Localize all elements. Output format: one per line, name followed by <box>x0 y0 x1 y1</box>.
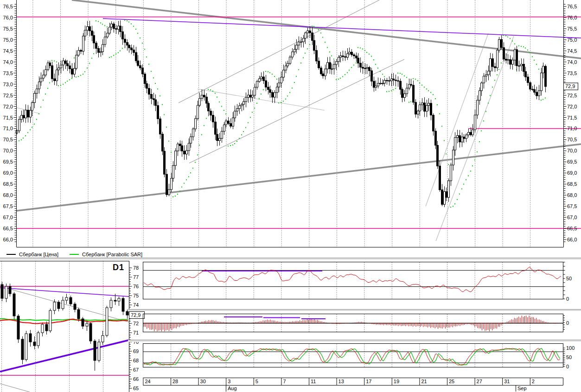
svg-text:74,5: 74,5 <box>3 48 13 54</box>
svg-text:65: 65 <box>133 386 139 391</box>
svg-text:74,0: 74,0 <box>3 59 13 65</box>
chart-legend: Сбербанк [Цена] Сбербанк [Parabolic SAR] <box>0 250 581 257</box>
svg-text:70,5: 70,5 <box>567 137 577 142</box>
legend-price-item: Сбербанк [Цена] <box>6 251 58 257</box>
svg-text:Sep: Sep <box>517 386 527 391</box>
d1-purple-trendline <box>0 288 129 297</box>
svg-text:77: 77 <box>133 274 139 280</box>
svg-text:69,0: 69,0 <box>567 170 577 176</box>
svg-text:2: 2 <box>532 379 535 384</box>
svg-text:70,0: 70,0 <box>567 148 577 153</box>
svg-text:66,5: 66,5 <box>567 226 577 231</box>
svg-text:71,5: 71,5 <box>3 115 13 120</box>
svg-text:72,0: 72,0 <box>3 104 13 109</box>
svg-text:75,5: 75,5 <box>3 26 13 32</box>
svg-text:72,5: 72,5 <box>567 93 577 98</box>
svg-text:0: 0 <box>566 364 569 369</box>
svg-text:68,5: 68,5 <box>567 181 577 187</box>
svg-text:69,5: 69,5 <box>567 159 577 164</box>
thick-gray-trendline <box>16 144 581 211</box>
svg-text:68,0: 68,0 <box>567 192 577 198</box>
svg-text:50: 50 <box>566 276 572 281</box>
main-price-badge: 72,9 <box>564 83 578 90</box>
svg-text:Aug: Aug <box>228 386 237 391</box>
svg-text:68,5: 68,5 <box>3 181 13 187</box>
svg-text:75,5: 75,5 <box>567 26 577 32</box>
separator-rsi-macd[interactable] <box>128 309 581 311</box>
svg-text:67,5: 67,5 <box>3 203 13 209</box>
svg-text:72: 72 <box>133 321 139 326</box>
svg-text:71: 71 <box>133 330 139 335</box>
svg-text:74,5: 74,5 <box>567 48 577 54</box>
timeframe-label: D1 <box>113 263 129 272</box>
svg-text:27: 27 <box>477 379 482 384</box>
svg-text:71,5: 71,5 <box>567 115 577 120</box>
separator-main[interactable] <box>0 258 581 260</box>
svg-text:71,0: 71,0 <box>3 126 13 131</box>
svg-text:24: 24 <box>145 379 150 384</box>
svg-text:30: 30 <box>200 379 206 384</box>
svg-text:68,0: 68,0 <box>3 192 13 198</box>
svg-text:76: 76 <box>133 284 139 289</box>
svg-text:3: 3 <box>228 379 230 384</box>
svg-text:17: 17 <box>366 379 371 384</box>
svg-text:75,0: 75,0 <box>3 37 13 43</box>
svg-text:66,0: 66,0 <box>567 237 577 242</box>
svg-text:21: 21 <box>421 379 427 384</box>
svg-text:66,5: 66,5 <box>3 226 13 231</box>
legend-sar-item: Сбербанк [Parabolic SAR] <box>70 251 142 257</box>
svg-text:67,5: 67,5 <box>567 203 577 209</box>
svg-text:69: 69 <box>133 348 139 354</box>
svg-text:66: 66 <box>133 376 139 382</box>
svg-text:74: 74 <box>133 302 139 308</box>
svg-text:13: 13 <box>338 379 344 384</box>
rsi-panel: 500 <box>143 262 572 302</box>
svg-text:67,0: 67,0 <box>3 215 13 220</box>
price-line-swatch-icon <box>6 254 16 255</box>
svg-text:75: 75 <box>133 293 139 298</box>
svg-text:72,9: 72,9 <box>131 312 140 318</box>
svg-text:72,9: 72,9 <box>565 83 575 89</box>
light-gray-trendline <box>426 33 488 206</box>
svg-text:11: 11 <box>311 379 316 384</box>
svg-text:5: 5 <box>255 379 258 384</box>
trading-terminal: 66,066,066,566,567,067,067,567,568,068,0… <box>0 0 581 392</box>
svg-text:72,5: 72,5 <box>3 93 13 98</box>
svg-text:25: 25 <box>449 379 454 384</box>
svg-text:28: 28 <box>172 379 178 384</box>
svg-text:69,0: 69,0 <box>3 170 13 176</box>
date-axis[interactable]: 24283035711131719212527312AugSep <box>143 378 563 392</box>
svg-text:50: 50 <box>566 354 572 360</box>
sar-line-swatch-icon <box>70 254 79 255</box>
stoch-panel: 100500 <box>143 344 575 370</box>
purple-trendline <box>103 19 581 38</box>
svg-text:69,5: 69,5 <box>3 159 13 164</box>
svg-text:68: 68 <box>133 358 139 363</box>
svg-text:0: 0 <box>566 320 569 326</box>
svg-text:71,0: 71,0 <box>567 126 577 131</box>
svg-text:73,5: 73,5 <box>3 70 13 76</box>
svg-text:76,0: 76,0 <box>3 15 13 20</box>
svg-text:100: 100 <box>566 345 575 351</box>
svg-text:76,5: 76,5 <box>567 4 577 9</box>
svg-text:78: 78 <box>133 265 139 271</box>
svg-text:70,0: 70,0 <box>3 148 13 153</box>
svg-text:7: 7 <box>283 379 286 384</box>
d1-price-badge: 72,9 <box>129 312 145 319</box>
svg-text:31: 31 <box>504 379 510 384</box>
sar-series-label: Сбербанк [Parabolic SAR] <box>79 252 142 257</box>
separator-macd-stoch[interactable] <box>128 340 581 342</box>
svg-text:66,0: 66,0 <box>3 237 13 242</box>
d1-gray-trendline <box>0 384 30 392</box>
svg-text:72,0: 72,0 <box>567 104 577 109</box>
svg-text:76,0: 76,0 <box>567 15 577 20</box>
svg-text:67,0: 67,0 <box>567 215 577 220</box>
macd-panel: 0 <box>143 314 569 332</box>
svg-text:70,5: 70,5 <box>3 137 13 142</box>
svg-text:74,0: 74,0 <box>567 59 577 65</box>
main-trendlines <box>16 0 581 241</box>
main-axes: 66,066,066,566,567,067,067,567,568,068,0… <box>3 0 577 247</box>
price-series-label: Сбербанк [Цена] <box>16 252 58 257</box>
svg-text:73,0: 73,0 <box>3 82 13 87</box>
charts-canvas[interactable]: 66,066,066,566,567,067,067,567,568,068,0… <box>0 0 581 392</box>
